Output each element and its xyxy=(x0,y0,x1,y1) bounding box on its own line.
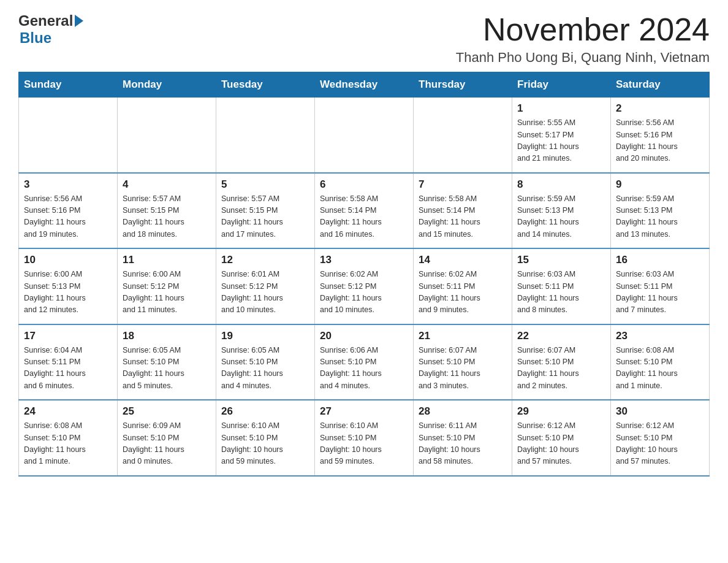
calendar-cell: 28Sunrise: 6:11 AMSunset: 5:10 PMDayligh… xyxy=(414,400,512,476)
day-info: Sunrise: 5:56 AMSunset: 5:16 PMDaylight:… xyxy=(24,193,112,241)
logo: General Blue xyxy=(18,12,83,47)
day-info: Sunrise: 6:12 AMSunset: 5:10 PMDaylight:… xyxy=(616,420,704,468)
header-day-wednesday: Wednesday xyxy=(315,72,414,98)
day-number: 2 xyxy=(616,102,704,115)
day-info: Sunrise: 5:59 AMSunset: 5:13 PMDaylight:… xyxy=(616,193,704,241)
day-number: 4 xyxy=(123,178,211,191)
day-info: Sunrise: 6:05 AMSunset: 5:10 PMDaylight:… xyxy=(221,345,309,393)
day-info: Sunrise: 6:10 AMSunset: 5:10 PMDaylight:… xyxy=(221,420,309,468)
day-info: Sunrise: 6:03 AMSunset: 5:11 PMDaylight:… xyxy=(517,269,605,316)
calendar-cell xyxy=(118,98,216,173)
week-row-5: 24Sunrise: 6:08 AMSunset: 5:10 PMDayligh… xyxy=(19,400,710,476)
calendar-cell: 23Sunrise: 6:08 AMSunset: 5:10 PMDayligh… xyxy=(611,324,710,400)
calendar-cell: 3Sunrise: 5:56 AMSunset: 5:16 PMDaylight… xyxy=(19,173,118,249)
calendar-cell: 10Sunrise: 6:00 AMSunset: 5:13 PMDayligh… xyxy=(19,248,118,324)
header-day-saturday: Saturday xyxy=(611,72,710,98)
day-info: Sunrise: 6:08 AMSunset: 5:10 PMDaylight:… xyxy=(24,420,112,468)
day-info: Sunrise: 6:08 AMSunset: 5:10 PMDaylight:… xyxy=(616,345,704,393)
day-number: 3 xyxy=(24,178,112,191)
title-section: November 2024 Thanh Pho Uong Bi, Quang N… xyxy=(456,12,710,66)
day-number: 12 xyxy=(221,254,309,266)
header-day-sunday: Sunday xyxy=(19,72,118,98)
calendar-cell: 29Sunrise: 6:12 AMSunset: 5:10 PMDayligh… xyxy=(512,400,611,476)
header-day-monday: Monday xyxy=(118,72,216,98)
day-info: Sunrise: 5:58 AMSunset: 5:14 PMDaylight:… xyxy=(320,193,408,241)
day-info: Sunrise: 6:02 AMSunset: 5:11 PMDaylight:… xyxy=(419,269,507,316)
day-number: 20 xyxy=(320,330,408,342)
day-info: Sunrise: 5:58 AMSunset: 5:14 PMDaylight:… xyxy=(419,193,507,241)
day-number: 23 xyxy=(616,330,704,342)
calendar-cell: 15Sunrise: 6:03 AMSunset: 5:11 PMDayligh… xyxy=(512,248,611,324)
calendar-cell: 7Sunrise: 5:58 AMSunset: 5:14 PMDaylight… xyxy=(414,173,512,249)
day-info: Sunrise: 5:57 AMSunset: 5:15 PMDaylight:… xyxy=(221,193,309,241)
calendar-cell: 27Sunrise: 6:10 AMSunset: 5:10 PMDayligh… xyxy=(315,400,414,476)
day-info: Sunrise: 6:05 AMSunset: 5:10 PMDaylight:… xyxy=(123,345,211,393)
calendar-cell: 24Sunrise: 6:08 AMSunset: 5:10 PMDayligh… xyxy=(19,400,118,476)
day-number: 10 xyxy=(24,254,112,266)
week-row-2: 3Sunrise: 5:56 AMSunset: 5:16 PMDaylight… xyxy=(19,173,710,249)
day-number: 14 xyxy=(419,254,507,266)
day-number: 26 xyxy=(221,405,309,418)
day-info: Sunrise: 5:57 AMSunset: 5:15 PMDaylight:… xyxy=(123,193,211,241)
calendar-cell: 14Sunrise: 6:02 AMSunset: 5:11 PMDayligh… xyxy=(414,248,512,324)
day-info: Sunrise: 6:02 AMSunset: 5:12 PMDaylight:… xyxy=(320,269,408,316)
calendar-cell xyxy=(414,98,512,173)
day-number: 5 xyxy=(221,178,309,191)
calendar-cell xyxy=(216,98,315,173)
calendar-cell: 19Sunrise: 6:05 AMSunset: 5:10 PMDayligh… xyxy=(216,324,315,400)
day-info: Sunrise: 6:03 AMSunset: 5:11 PMDaylight:… xyxy=(616,269,704,316)
day-number: 29 xyxy=(517,405,605,418)
page-header: General Blue November 2024 Thanh Pho Uon… xyxy=(18,12,710,66)
calendar-cell: 5Sunrise: 5:57 AMSunset: 5:15 PMDaylight… xyxy=(216,173,315,249)
day-info: Sunrise: 5:55 AMSunset: 5:17 PMDaylight:… xyxy=(517,117,605,165)
calendar-cell: 20Sunrise: 6:06 AMSunset: 5:10 PMDayligh… xyxy=(315,324,414,400)
week-row-3: 10Sunrise: 6:00 AMSunset: 5:13 PMDayligh… xyxy=(19,248,710,324)
calendar-cell: 25Sunrise: 6:09 AMSunset: 5:10 PMDayligh… xyxy=(118,400,216,476)
day-number: 17 xyxy=(24,330,112,342)
day-info: Sunrise: 6:00 AMSunset: 5:12 PMDaylight:… xyxy=(123,269,211,316)
day-number: 22 xyxy=(517,330,605,342)
day-number: 11 xyxy=(123,254,211,266)
calendar-cell: 6Sunrise: 5:58 AMSunset: 5:14 PMDaylight… xyxy=(315,173,414,249)
logo-general-text: General xyxy=(18,12,73,29)
day-info: Sunrise: 6:11 AMSunset: 5:10 PMDaylight:… xyxy=(419,420,507,468)
calendar-cell: 12Sunrise: 6:01 AMSunset: 5:12 PMDayligh… xyxy=(216,248,315,324)
calendar-cell: 30Sunrise: 6:12 AMSunset: 5:10 PMDayligh… xyxy=(611,400,710,476)
calendar-table: SundayMondayTuesdayWednesdayThursdayFrid… xyxy=(18,72,710,477)
calendar-cell: 8Sunrise: 5:59 AMSunset: 5:13 PMDaylight… xyxy=(512,173,611,249)
day-number: 13 xyxy=(320,254,408,266)
calendar-cell: 22Sunrise: 6:07 AMSunset: 5:10 PMDayligh… xyxy=(512,324,611,400)
day-number: 7 xyxy=(419,178,507,191)
day-info: Sunrise: 6:10 AMSunset: 5:10 PMDaylight:… xyxy=(320,420,408,468)
calendar-cell: 26Sunrise: 6:10 AMSunset: 5:10 PMDayligh… xyxy=(216,400,315,476)
day-info: Sunrise: 5:56 AMSunset: 5:16 PMDaylight:… xyxy=(616,117,704,165)
day-number: 19 xyxy=(221,330,309,342)
day-number: 8 xyxy=(517,178,605,191)
calendar-cell: 21Sunrise: 6:07 AMSunset: 5:10 PMDayligh… xyxy=(414,324,512,400)
calendar-cell: 2Sunrise: 5:56 AMSunset: 5:16 PMDaylight… xyxy=(611,98,710,173)
day-info: Sunrise: 6:01 AMSunset: 5:12 PMDaylight:… xyxy=(221,269,309,316)
day-number: 6 xyxy=(320,178,408,191)
calendar-cell: 4Sunrise: 5:57 AMSunset: 5:15 PMDaylight… xyxy=(118,173,216,249)
day-number: 24 xyxy=(24,405,112,418)
header-day-friday: Friday xyxy=(512,72,611,98)
day-info: Sunrise: 6:04 AMSunset: 5:11 PMDaylight:… xyxy=(24,345,112,393)
day-info: Sunrise: 5:59 AMSunset: 5:13 PMDaylight:… xyxy=(517,193,605,241)
calendar-cell: 11Sunrise: 6:00 AMSunset: 5:12 PMDayligh… xyxy=(118,248,216,324)
calendar-title: November 2024 xyxy=(456,12,710,47)
day-number: 16 xyxy=(616,254,704,266)
day-number: 18 xyxy=(123,330,211,342)
calendar-body: 1Sunrise: 5:55 AMSunset: 5:17 PMDaylight… xyxy=(19,98,710,476)
calendar-cell: 18Sunrise: 6:05 AMSunset: 5:10 PMDayligh… xyxy=(118,324,216,400)
day-info: Sunrise: 6:00 AMSunset: 5:13 PMDaylight:… xyxy=(24,269,112,316)
header-day-thursday: Thursday xyxy=(414,72,512,98)
day-number: 15 xyxy=(517,254,605,266)
day-info: Sunrise: 6:09 AMSunset: 5:10 PMDaylight:… xyxy=(123,420,211,468)
day-number: 28 xyxy=(419,405,507,418)
day-number: 30 xyxy=(616,405,704,418)
day-number: 21 xyxy=(419,330,507,342)
calendar-subtitle: Thanh Pho Uong Bi, Quang Ninh, Vietnam xyxy=(456,50,710,66)
calendar-cell xyxy=(315,98,414,173)
logo-blue-text: Blue xyxy=(20,29,51,47)
day-info: Sunrise: 6:07 AMSunset: 5:10 PMDaylight:… xyxy=(517,345,605,393)
